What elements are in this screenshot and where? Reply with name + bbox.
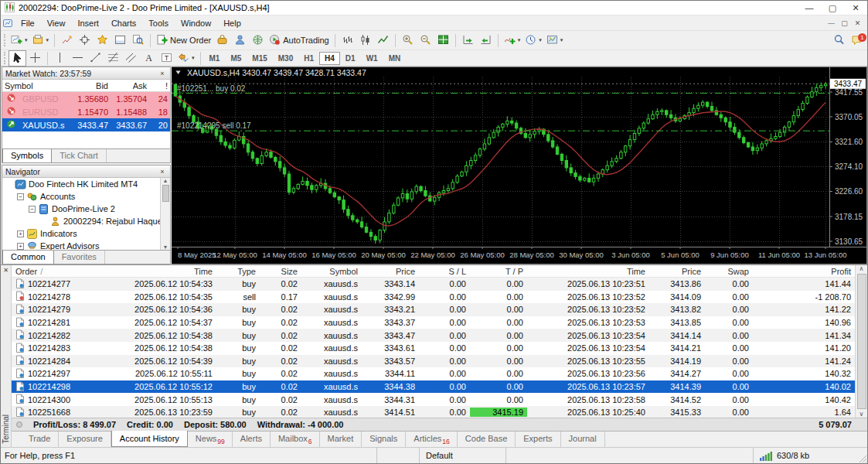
tab-signals[interactable]: Signals [362, 432, 406, 447]
zoom-out-button[interactable] [417, 32, 434, 49]
timeframe-m5[interactable]: M5 [225, 52, 247, 65]
timeframe-m1[interactable]: M1 [204, 52, 226, 65]
chart-shift-button[interactable] [477, 32, 495, 49]
timeframe-h4[interactable]: H4 [319, 52, 340, 65]
toolbar-grip[interactable] [4, 52, 7, 64]
profiles-button[interactable]: ▾ [30, 32, 52, 49]
maximize-button[interactable]: ▢ [821, 1, 844, 15]
tab-code-base[interactable]: Code Base [458, 432, 516, 447]
order-row[interactable]: 1022142972025.06.12 10:55:11buy0.02xauus… [12, 367, 855, 380]
column-header-price[interactable]: Price [362, 267, 419, 276]
tab-news[interactable]: News99 [188, 432, 233, 447]
panel-close-icon[interactable]: × [158, 70, 167, 77]
tab-articles[interactable]: Articles16 [406, 432, 458, 447]
menu-window[interactable]: Window [175, 17, 217, 29]
navigator-tab-common[interactable]: Common [2, 251, 54, 264]
menu-view[interactable]: View [41, 17, 72, 29]
collapse-icon[interactable]: − [17, 193, 24, 200]
tab-exposure[interactable]: Exposure [59, 432, 111, 447]
column-header-tp[interactable]: T / P [470, 267, 527, 276]
column-header-type[interactable]: Type [216, 267, 260, 276]
timeframe-w1[interactable]: W1 [361, 52, 383, 65]
tab-trade[interactable]: Trade [21, 432, 59, 447]
minimize-button[interactable]: — [798, 1, 821, 15]
community-button[interactable] [231, 32, 249, 49]
tab-market[interactable]: Market [320, 432, 363, 447]
column-header-bid[interactable]: Bid [70, 81, 111, 90]
price-chart[interactable]: 3417.553370.053321.603274.103226.603178.… [172, 67, 866, 264]
tab-account-history[interactable]: Account History [111, 431, 188, 447]
tab-experts[interactable]: Experts [516, 432, 560, 447]
terminal-scrollbar[interactable]: ∧ ∨ [855, 265, 867, 418]
resize-grip[interactable] [853, 448, 867, 463]
order-row[interactable]: 1022142832025.06.12 10:54:38buy0.02xauus… [12, 342, 855, 355]
profile-status[interactable]: Default [419, 448, 505, 463]
mdi-restore-button[interactable]: ▢ [838, 18, 851, 29]
column-header-symbol[interactable]: Symbol [2, 81, 70, 90]
collapse-icon[interactable]: − [29, 206, 36, 213]
scroll-up-icon[interactable]: ∧ [859, 265, 864, 272]
market-watch-row[interactable]: GBPUSD1.356801.3570424 [2, 92, 170, 105]
column-header-alert[interactable]: ! [149, 81, 170, 90]
toolbar-grip[interactable] [4, 34, 7, 46]
fibonacci-button[interactable] [104, 50, 122, 67]
column-header-time[interactable]: Time [527, 267, 649, 276]
new-order-button[interactable]: New Order [154, 32, 213, 49]
autotrading-button[interactable]: AutoTrading [267, 32, 332, 49]
market-app-button[interactable] [213, 32, 231, 49]
periods-button[interactable]: ▾ [523, 32, 544, 49]
menu-file[interactable]: File [15, 17, 41, 29]
crosshair-button[interactable] [26, 50, 44, 67]
mql5-button[interactable] [249, 32, 267, 49]
navigator-item-dooprime-live-2[interactable]: −DooPrime-Live 2 [2, 203, 170, 215]
connection-status[interactable]: 630/8 kb [753, 448, 853, 463]
market-watch-toggle[interactable] [58, 32, 76, 49]
market-watch-tab-symbols[interactable]: Symbols [2, 149, 52, 162]
mdi-minimize-button[interactable]: — [825, 18, 838, 29]
panel-close-icon[interactable]: ✕ [3, 267, 9, 274]
timeframe-m30[interactable]: M30 [273, 52, 298, 65]
order-row[interactable]: 1022516682025.06.13 10:23:59buy0.02xauus… [12, 406, 855, 418]
column-header-ask[interactable]: Ask [111, 81, 149, 90]
scroll-down-icon[interactable]: ▼ [163, 244, 168, 250]
scroll-down-icon[interactable]: ∨ [859, 411, 864, 418]
market-watch-row[interactable]: XAUUSD.s3433.473433.6720 [2, 118, 170, 131]
strategy-tester-toggle[interactable] [129, 32, 147, 49]
order-row[interactable]: 1022142822025.06.12 10:54:38buy0.02xauus… [12, 329, 855, 342]
menu-help[interactable]: Help [217, 17, 247, 29]
tab-journal[interactable]: Journal [561, 432, 605, 447]
tab-alerts[interactable]: Alerts [233, 432, 271, 447]
scroll-up-icon[interactable]: ▲ [163, 178, 168, 183]
column-header-swap[interactable]: Swap [705, 267, 753, 276]
candlestick-chart-button[interactable] [356, 32, 374, 49]
terminal-toggle[interactable] [111, 32, 129, 49]
expand-icon[interactable]: + [17, 230, 24, 237]
navigator-item-doo-fintech-hk-limited-mt4[interactable]: Doo Fintech HK Limited MT4 [2, 178, 170, 190]
text-button[interactable]: A [140, 50, 158, 67]
line-chart-button[interactable] [374, 32, 392, 49]
search-button[interactable] [830, 32, 848, 49]
menu-charts[interactable]: Charts [105, 17, 142, 29]
tab-mailbox[interactable]: Mailbox6 [271, 432, 320, 447]
close-button[interactable]: ✕ [844, 1, 867, 15]
timeframe-m15[interactable]: M15 [247, 52, 272, 65]
order-row[interactable]: 1022142772025.06.12 10:54:33buy0.02xauus… [12, 278, 855, 291]
horizontal-line-button[interactable] [69, 50, 87, 67]
timeframe-mn[interactable]: MN [383, 52, 407, 65]
order-row[interactable]: 1022142792025.06.12 10:54:36buy0.02xauus… [12, 303, 855, 316]
channel-button[interactable] [122, 50, 140, 67]
column-header-size[interactable]: Size [260, 267, 301, 276]
menu-insert[interactable]: Insert [71, 17, 105, 29]
zoom-in-button[interactable] [399, 32, 417, 49]
scrollbar-thumb[interactable] [162, 185, 169, 202]
notifications-button[interactable]: 1 [848, 32, 866, 49]
order-row[interactable]: 1022142982025.06.12 10:55:12buy0.02xauus… [12, 380, 855, 394]
cursor-button[interactable] [9, 50, 26, 67]
expand-icon[interactable]: + [17, 243, 24, 250]
data-window-toggle[interactable] [76, 32, 94, 49]
navigator-tab-favorites[interactable]: Favorites [54, 251, 105, 264]
indicators-button[interactable]: ▾ [502, 32, 523, 49]
scrollbar-thumb[interactable] [857, 274, 866, 409]
navigator-toggle[interactable] [94, 32, 111, 49]
column-header-sl[interactable]: S / L [419, 267, 470, 276]
